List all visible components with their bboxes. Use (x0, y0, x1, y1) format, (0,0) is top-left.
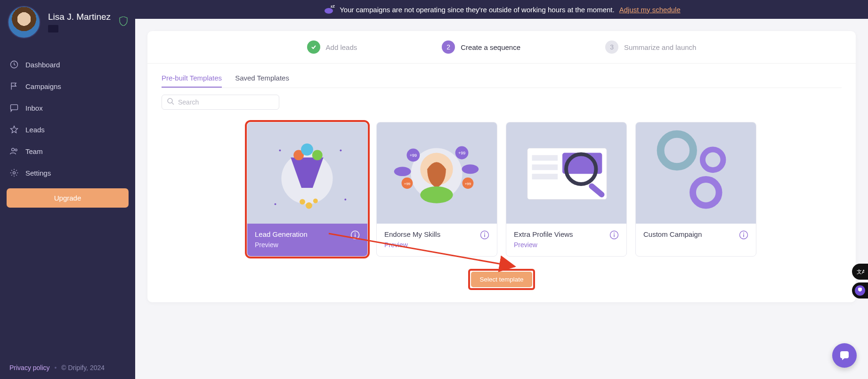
assistant-button[interactable] (852, 282, 868, 298)
template-title: Endorse My Skills (384, 230, 440, 238)
template-card-endorse-skills[interactable]: +99 +99 +99 +99 Endorse My Skills Previe… (376, 122, 497, 257)
template-footer: Extra Profile Views Preview (506, 224, 626, 256)
step-number-badge: 3 (605, 40, 618, 54)
profile-badges (48, 25, 111, 32)
notice-text: Your campaigns are not operating since t… (340, 6, 614, 14)
copyright: © Dripify, 2024 (61, 364, 105, 371)
svg-rect-42 (532, 174, 558, 179)
shield-icon (119, 16, 128, 28)
linkedin-badge-icon (48, 25, 58, 32)
info-icon[interactable] (350, 230, 360, 240)
footer-separator: • (54, 364, 57, 371)
privacy-link[interactable]: Privacy policy (9, 364, 50, 371)
step-summarize-launch[interactable]: 3 Summarize and launch (605, 40, 696, 54)
avatar[interactable] (8, 6, 41, 39)
info-icon[interactable] (739, 230, 748, 240)
upgrade-button[interactable]: Upgrade (7, 188, 129, 208)
template-title: Custom Campaign (643, 230, 702, 238)
svg-rect-41 (532, 164, 558, 170)
svg-point-54 (743, 233, 744, 234)
select-template-button[interactable]: Select template (471, 272, 532, 287)
template-card-extra-profile-views[interactable]: Extra Profile Views Preview (506, 122, 627, 257)
svg-text:文A: 文A (857, 269, 864, 274)
svg-point-35 (462, 164, 479, 174)
svg-point-52 (693, 179, 719, 206)
sidebar-item-team[interactable]: Team (0, 140, 135, 162)
svg-text:zZ: zZ (331, 4, 335, 8)
svg-point-25 (420, 186, 453, 203)
info-icon[interactable] (480, 230, 489, 240)
svg-rect-55 (743, 234, 744, 237)
tabs: Pre-built Templates Saved Templates (147, 64, 856, 88)
sidebar-item-campaigns[interactable]: Campaigns (0, 75, 135, 97)
sidebar-item-label: Inbox (25, 104, 43, 112)
svg-text:+99: +99 (404, 182, 411, 186)
sidebar-item-settings[interactable]: Settings (0, 162, 135, 184)
search-field[interactable] (162, 95, 279, 110)
template-title: Lead Generation (255, 230, 308, 238)
template-preview-link[interactable]: Preview (514, 241, 573, 249)
template-card-custom-campaign[interactable]: Custom Campaign (635, 122, 756, 257)
svg-text:+99: +99 (465, 182, 471, 186)
svg-text:+99: +99 (410, 153, 417, 158)
svg-point-50 (671, 145, 682, 156)
gear-icon (9, 168, 19, 177)
select-button-highlight: Select template (470, 271, 533, 288)
sidebar-footer: Privacy policy • © Dripify, 2024 (0, 356, 135, 379)
svg-point-19 (344, 199, 346, 201)
chat-icon (9, 103, 19, 113)
svg-point-12 (312, 150, 323, 161)
step-create-sequence[interactable]: 2 Create a sequence (442, 40, 520, 54)
svg-point-5 (324, 8, 333, 14)
search-input[interactable] (178, 98, 274, 106)
tab-prebuilt-templates[interactable]: Pre-built Templates (162, 74, 222, 88)
sidebar-item-label: Team (25, 147, 43, 155)
svg-rect-40 (532, 155, 558, 161)
sleep-icon: zZ (323, 4, 335, 16)
assistant-icon (855, 285, 865, 296)
step-add-leads[interactable]: Add leads (307, 40, 357, 54)
template-footer: Endorse My Skills Preview (377, 224, 497, 256)
template-preview-link[interactable]: Preview (384, 241, 440, 249)
sidebar-item-label: Settings (25, 169, 51, 177)
svg-rect-38 (484, 234, 485, 237)
template-card-lead-generation[interactable]: Lead Generation Preview (247, 122, 368, 257)
template-preview-link[interactable]: Preview (255, 241, 308, 249)
template-illustration (247, 122, 367, 224)
svg-point-15 (313, 199, 318, 203)
profile-name: Lisa J. Martinez (48, 12, 111, 22)
star-icon (9, 125, 19, 134)
intercom-launcher[interactable] (832, 343, 857, 368)
template-title: Extra Profile Views (514, 230, 573, 238)
sidebar-item-dashboard[interactable]: Dashboard (0, 54, 135, 75)
check-icon (307, 40, 320, 54)
svg-point-13 (300, 199, 305, 205)
translate-button[interactable]: 文A (852, 264, 868, 280)
sidebar-item-label: Dashboard (25, 61, 60, 69)
sidebar-nav: Dashboard Campaigns Inbox Leads Team (0, 54, 135, 184)
search-icon (167, 97, 174, 107)
info-icon[interactable] (609, 230, 619, 240)
svg-rect-58 (840, 351, 849, 358)
upgrade-wrap: Upgrade (0, 184, 135, 212)
svg-point-47 (614, 233, 615, 234)
template-illustration (636, 122, 756, 224)
tab-saved-templates[interactable]: Saved Templates (235, 74, 289, 88)
svg-point-2 (12, 148, 15, 151)
flag-icon (9, 81, 19, 91)
profile-info: Lisa J. Martinez (48, 12, 111, 32)
svg-point-17 (340, 150, 341, 152)
sidebar-item-leads[interactable]: Leads (0, 119, 135, 140)
template-footer: Lead Generation Preview (247, 224, 367, 256)
svg-rect-1 (11, 105, 18, 110)
template-footer: Custom Campaign (636, 224, 756, 247)
search-wrap (147, 88, 856, 110)
notice-link[interactable]: Adjust my schedule (619, 6, 681, 14)
svg-rect-22 (355, 234, 356, 237)
template-illustration: +99 +99 +99 +99 (377, 122, 497, 224)
step-label: Create a sequence (461, 43, 520, 51)
sidebar-item-label: Campaigns (25, 82, 61, 90)
sidebar-item-inbox[interactable]: Inbox (0, 97, 135, 119)
sidebar: Lisa J. Martinez Dashboard Campaigns (0, 0, 135, 379)
notice-bar: zZ Your campaigns are not operating sinc… (135, 0, 868, 19)
